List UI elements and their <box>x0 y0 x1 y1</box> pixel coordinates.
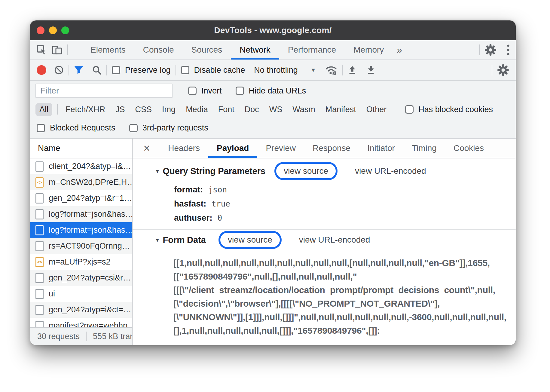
filter-chip-ws[interactable]: WS <box>269 105 283 114</box>
request-name: gen_204?atyp=csi&r… <box>49 273 131 283</box>
payload-panel: ▾ Query String Parameters view source vi… <box>133 158 516 345</box>
request-row[interactable]: log?format=json&has… <box>30 206 132 222</box>
request-list: client_204?&atyp=i&…<>m=CnSW2d,DPreE,H…g… <box>30 158 132 327</box>
request-row[interactable]: ui <box>30 286 132 302</box>
export-har-icon[interactable] <box>366 65 376 75</box>
view-url-encoded-link[interactable]: view URL-encoded <box>299 235 370 245</box>
param-value: json <box>208 185 227 194</box>
preserve-log-checkbox[interactable] <box>112 66 120 74</box>
third-party-requests-checkbox[interactable] <box>129 124 138 132</box>
request-row[interactable]: gen_204?atyp=csi&r… <box>30 270 132 286</box>
param-value: true <box>211 199 230 208</box>
blocked-requests-checkbox[interactable] <box>37 124 45 132</box>
chevron-down-icon[interactable]: ▾ <box>312 67 315 73</box>
form-data-line: [\"decision\",\"browser\"],[[[[\"NO_PROM… <box>173 297 516 310</box>
form-data-line: [\"UNKNOWN\"]],[1]]],null,[]]]",null,nul… <box>173 310 516 324</box>
inspect-cursor-icon[interactable] <box>36 44 47 55</box>
filter-chip-media[interactable]: Media <box>186 105 208 114</box>
request-detail-panel: × HeadersPayloadPreviewResponseInitiator… <box>133 139 516 345</box>
disable-cache-checkbox[interactable] <box>181 66 189 74</box>
request-row[interactable]: log?format=json&has… <box>30 222 132 238</box>
has-blocked-cookies-checkbox[interactable] <box>405 105 414 114</box>
form-data-line: [],1,null,null,null,null,null,[]]],"1657… <box>173 324 516 337</box>
toolbar-divider <box>342 65 343 75</box>
import-har-icon[interactable] <box>347 65 357 75</box>
filter-input[interactable] <box>35 84 173 98</box>
param-key: authuser: <box>174 213 212 223</box>
filter-chip-font[interactable]: Font <box>218 105 234 114</box>
close-icon[interactable]: × <box>143 139 150 158</box>
request-row[interactable]: client_204?&atyp=i&… <box>30 158 132 174</box>
tab-response[interactable]: Response <box>304 139 359 158</box>
device-toolbar-icon[interactable] <box>52 44 63 55</box>
record-button[interactable] <box>37 65 46 75</box>
filter-row: Invert Hide data URLs <box>30 81 516 101</box>
request-row[interactable]: <>m=aLUfP?xjs=s2 <box>30 254 132 270</box>
tab-console[interactable]: Console <box>134 40 183 60</box>
query-param-list: format:jsonhasfast:trueauthuser:0 <box>174 182 516 225</box>
more-tabs-button[interactable]: » <box>393 44 406 56</box>
transferred-size: 555 kB trans <box>93 332 132 341</box>
filter-chip-wasm[interactable]: Wasm <box>292 105 315 114</box>
request-name: log?format=json&has… <box>49 225 132 235</box>
invert-checkbox[interactable] <box>188 87 197 95</box>
search-icon[interactable] <box>92 65 102 75</box>
filter-chip-all[interactable]: All <box>35 103 52 116</box>
network-conditions-icon[interactable] <box>325 65 337 75</box>
document-file-icon <box>35 241 44 251</box>
tabbar-right-group <box>474 40 510 60</box>
tab-timing[interactable]: Timing <box>403 139 445 158</box>
kebab-menu-icon[interactable] <box>507 44 510 56</box>
status-divider <box>86 332 87 341</box>
network-main-area: Name client_204?&atyp=i&…<>m=CnSW2d,DPre… <box>30 139 516 345</box>
tab-sources[interactable]: Sources <box>182 40 231 60</box>
request-row[interactable]: gen_204?atyp=i&ct=… <box>30 302 132 318</box>
tab-network[interactable]: Network <box>231 40 279 60</box>
minimize-window-button[interactable] <box>49 26 57 34</box>
tab-elements[interactable]: Elements <box>82 40 134 60</box>
filter-chip-css[interactable]: CSS <box>135 105 152 114</box>
tab-preview[interactable]: Preview <box>257 139 304 158</box>
form-data-title[interactable]: Form Data <box>163 235 206 245</box>
tab-initiator[interactable]: Initiator <box>359 139 403 158</box>
filter-chip-img[interactable]: Img <box>162 105 176 114</box>
document-file-icon <box>35 209 44 219</box>
view-url-encoded-link[interactable]: view URL-encoded <box>355 166 426 176</box>
tab-memory[interactable]: Memory <box>345 40 393 60</box>
network-settings-gear-icon[interactable] <box>497 64 509 76</box>
disclosure-triangle-icon[interactable]: ▾ <box>156 237 159 243</box>
disclosure-triangle-icon[interactable]: ▾ <box>156 168 159 175</box>
filter-funnel-icon[interactable] <box>74 65 84 75</box>
hide-data-urls-label: Hide data URLs <box>249 86 306 96</box>
request-row[interactable]: rs=ACT90oFqOrnng… <box>30 238 132 254</box>
request-name: m=CnSW2d,DPreE,H… <box>49 178 132 187</box>
request-row[interactable]: manifest?pwa=webhp <box>30 318 132 327</box>
hide-data-urls-checkbox[interactable] <box>236 87 244 95</box>
name-column-header[interactable]: Name <box>30 139 132 158</box>
maximize-window-button[interactable] <box>61 26 69 34</box>
filter-chip-js[interactable]: JS <box>115 105 125 114</box>
query-param: authuser:0 <box>174 211 516 225</box>
settings-gear-icon[interactable] <box>484 44 497 56</box>
tab-cookies[interactable]: Cookies <box>445 139 492 158</box>
view-source-link[interactable]: view source <box>218 231 282 249</box>
filter-chip-fetch-xhr[interactable]: Fetch/XHR <box>66 105 105 114</box>
request-name: log?format=json&has… <box>49 210 132 219</box>
throttling-select[interactable]: No throttling <box>254 66 298 75</box>
clear-icon[interactable] <box>54 65 64 75</box>
view-source-link[interactable]: view source <box>274 162 338 180</box>
network-toolbar: Preserve log Disable cache No throttling… <box>30 60 516 81</box>
query-param: format:json <box>174 182 516 197</box>
request-row[interactable]: <>m=CnSW2d,DPreE,H… <box>30 174 132 190</box>
tab-headers[interactable]: Headers <box>160 139 208 158</box>
toolbar-divider <box>67 44 68 55</box>
filter-chip-manifest[interactable]: Manifest <box>325 105 356 114</box>
detail-tab-bar: × HeadersPayloadPreviewResponseInitiator… <box>133 139 516 158</box>
request-row[interactable]: gen_204?atyp=i&r=1… <box>30 190 132 206</box>
tab-payload[interactable]: Payload <box>208 139 257 158</box>
close-window-button[interactable] <box>37 26 44 34</box>
filter-chip-other[interactable]: Other <box>366 105 387 114</box>
tab-performance[interactable]: Performance <box>279 40 345 60</box>
filter-chip-doc[interactable]: Doc <box>245 105 259 114</box>
query-string-title[interactable]: Query String Parameters <box>163 166 266 176</box>
